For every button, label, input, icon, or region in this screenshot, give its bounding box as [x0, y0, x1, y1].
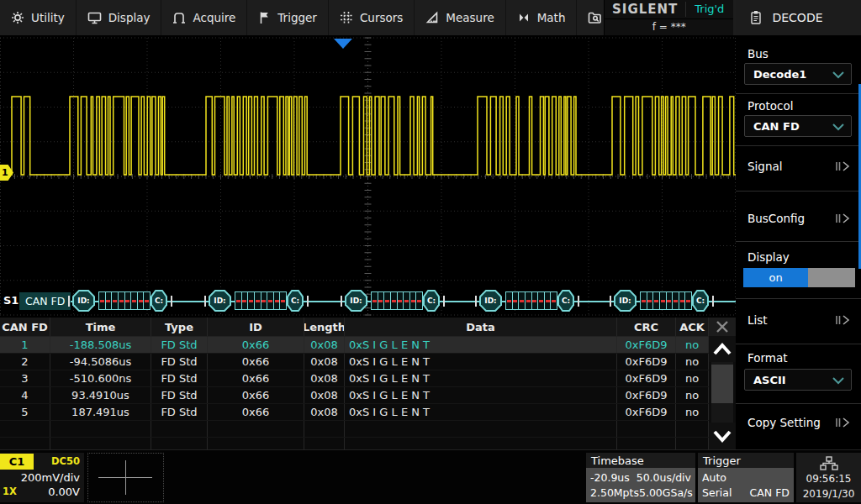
data-byte-cell — [99, 292, 106, 309]
display-on-off-toggle[interactable]: on — [743, 268, 855, 287]
table-cell: 4 — [0, 387, 50, 403]
siglent-logo: SIGLENT — [605, 2, 686, 17]
bus-value: Decode1 — [753, 68, 806, 81]
data-byte-cell — [685, 292, 691, 309]
column-header: CRC — [617, 318, 676, 336]
channel1-panel[interactable]: C1 DC50 200mV/div 1X 0.00V — [0, 453, 84, 502]
menu-item-display[interactable]: Display — [77, 0, 162, 35]
signal-menu-item[interactable]: Signal — [747, 160, 782, 173]
frame-data-bytes — [235, 291, 287, 310]
menu-item-utility[interactable]: Utility — [0, 0, 77, 35]
close-list-button[interactable] — [709, 318, 736, 336]
timebase-panel[interactable]: Timebase -20.9us 50.0us/div 2.50Mpts 5.0… — [586, 453, 695, 502]
table-cell: 0x66 — [208, 370, 304, 386]
menu-item-label: Acquire — [193, 11, 235, 24]
table-row[interactable]: 2-94.5086usFD Std0x660x080xS I G L E N T… — [0, 354, 709, 370]
offset-readout: 0.00V — [48, 486, 80, 498]
data-bit-dash-icon — [520, 300, 524, 302]
column-header: Data — [345, 318, 617, 336]
busconfig-menu-item[interactable]: BusConfig — [747, 212, 805, 225]
trigger-mode: Auto — [702, 471, 726, 484]
table-cell: 0xF6D9 — [617, 370, 676, 386]
table-cell: 3 — [0, 370, 50, 386]
data-bit-dash-icon — [378, 300, 383, 302]
protocol-select[interactable]: CAN FD — [744, 115, 852, 137]
frame-boundary-tick — [610, 296, 611, 307]
channel-badge: C1 — [0, 454, 34, 470]
trigger-position-marker[interactable] — [334, 39, 352, 49]
data-bit-dash-icon — [392, 300, 396, 302]
table-row[interactable]: 3-510.600nsFD Std0x660x080xS I G L E N T… — [0, 370, 709, 387]
data-byte-cell — [641, 292, 647, 309]
copy-setting-menu-item[interactable]: Copy Setting — [747, 416, 821, 429]
decode-dialog-header: DECODE — [736, 0, 861, 35]
frame-crc-badge: C: — [692, 290, 709, 312]
table-cell: 187.491us — [50, 404, 151, 420]
scrollbar-thumb[interactable] — [711, 365, 733, 403]
table-cell: 0xS I G L E N T — [345, 387, 617, 403]
decode-title: DECODE — [772, 11, 822, 24]
table-row[interactable]: 493.4910usFD Std0x660x080xS I G L E N T0… — [0, 387, 709, 404]
chevron-up-icon — [711, 341, 733, 358]
table-cell: -188.508us — [50, 337, 151, 353]
menu-item-label: Display — [108, 11, 151, 24]
data-bit-dash-icon — [411, 300, 415, 302]
table-cell — [0, 421, 50, 437]
bus-select[interactable]: Decode1 — [744, 63, 852, 85]
table-cell: 0xF6D9 — [617, 337, 676, 353]
table-cell: 0x66 — [208, 404, 304, 420]
sample-rate: 5.00GSa/s — [639, 486, 693, 499]
timebase-title: Timebase — [586, 453, 695, 468]
data-byte-cell — [538, 292, 545, 309]
data-byte-cell — [138, 292, 145, 309]
decode-settings-panel: Bus Decode1 Protocol CAN FD Signal BusCo… — [736, 35, 861, 449]
channel1-marker-label: 1 — [2, 167, 8, 178]
menu-item-trigger[interactable]: Trigger — [247, 0, 329, 35]
menu-item-cursors[interactable]: Cursors — [329, 0, 415, 35]
frame-crc-badge: C: — [557, 290, 574, 312]
table-row[interactable]: 5187.491usFD Std0x660x080xS I G L E N T0… — [0, 404, 709, 421]
frame-boundary-tick — [171, 296, 172, 307]
table-cell: -510.600ns — [50, 370, 151, 386]
table-cell: FD Std — [151, 337, 208, 353]
probe-readout: 1X — [3, 486, 17, 498]
menu-item-math[interactable]: Math — [506, 0, 578, 35]
scrollbar-track[interactable] — [711, 362, 733, 423]
data-bit-dash-icon — [261, 300, 266, 302]
trigger-type: Serial — [702, 486, 732, 499]
network-icon — [820, 456, 838, 470]
channel-placeholder[interactable] — [87, 453, 164, 502]
data-byte-cell — [280, 292, 286, 309]
vertical-scale-readout: 200mV/div — [0, 470, 84, 484]
table-cell — [676, 421, 709, 437]
frame-boundary-tick — [443, 296, 445, 307]
trigger-panel[interactable]: Trigger Auto Serial CAN FD — [698, 453, 794, 502]
data-bit-dash-icon — [686, 300, 690, 302]
chevron-down-icon — [832, 376, 844, 385]
table-cell — [345, 421, 617, 437]
frame-data-bytes — [371, 291, 423, 310]
menu-item-label: Math — [537, 11, 566, 24]
list-menu-item[interactable]: List — [747, 313, 768, 327]
data-bit-dash-icon — [100, 300, 104, 302]
scroll-up-button[interactable] — [709, 336, 736, 362]
expand-arrow-icon — [834, 212, 851, 228]
graticule — [0, 35, 736, 318]
table-row[interactable] — [0, 421, 709, 438]
table-cell — [208, 421, 304, 437]
frame-data-bytes — [98, 291, 151, 310]
bus-label: Bus — [747, 47, 769, 60]
menu-item-measure[interactable]: Measure — [415, 0, 505, 35]
frame-boundary-tick — [475, 296, 477, 307]
table-cell: 0xF6D9 — [617, 404, 676, 420]
table-cell: 0x08 — [304, 370, 345, 386]
logo-row: SIGLENT Trig'd — [605, 0, 733, 19]
frame-boundary-tick — [712, 296, 714, 307]
table-row[interactable]: 1-188.508usFD Std0x660x080xS I G L E N T… — [0, 337, 709, 354]
scroll-down-button[interactable] — [709, 423, 736, 449]
format-select[interactable]: ASCII — [744, 369, 852, 391]
menu-item-acquire[interactable]: Acquire — [161, 0, 247, 35]
data-bit-dash-icon — [680, 300, 684, 302]
data-bit-dash-icon — [552, 300, 556, 302]
data-bit-dash-icon — [113, 300, 117, 302]
